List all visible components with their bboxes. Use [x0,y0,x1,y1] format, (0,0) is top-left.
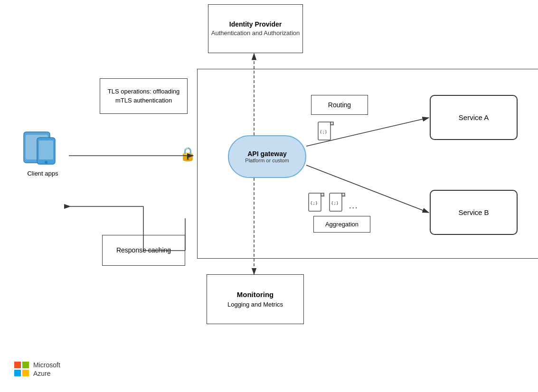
aggregation-box: Aggregation [313,216,370,233]
api-gateway-subtitle: Platform or custom [245,158,289,163]
service-b-box: Service B [430,190,518,235]
svg-rect-4 [321,193,324,196]
json-icon-routing: {;} [317,121,334,142]
monitoring-title: Monitoring [227,289,283,300]
aggregation-label: Aggregation [325,221,359,228]
azure-text: Microsoft Azure [33,361,60,378]
identity-title: Identity Provider [211,20,300,29]
azure-line1: Microsoft [33,361,60,369]
azure-sq-yellow [22,370,29,376]
api-gateway-title: API gateway [247,150,286,158]
ellipsis: ... [349,202,358,210]
azure-logo: Microsoft Azure [14,361,60,378]
azure-line2: Azure [33,369,60,378]
routing-label: Routing [328,101,351,109]
tls-label-box: TLS operations: offloading mTLS authenti… [100,78,188,114]
svg-text:{;}: {;} [320,130,327,134]
service-a-box: Service A [430,95,518,140]
diagram-container: Identity Provider Authentication and Aut… [0,0,538,392]
svg-point-13 [45,161,47,164]
identity-provider-box: Identity Provider Authentication and Aut… [208,4,303,53]
identity-subtitle: Authentication and Authorization [211,29,300,37]
monitoring-box: Monitoring Logging and Metrics [207,274,304,324]
svg-rect-7 [342,193,345,196]
service-a-label: Service A [459,113,489,121]
svg-text:{;}: {;} [310,201,318,205]
api-gateway-box: API gateway Platform or custom [228,135,306,178]
tls-text: TLS operations: offloading mTLS authenti… [103,87,185,104]
json-icon-agg-2: {;} [329,192,346,213]
svg-rect-12 [39,140,53,159]
service-b-label: Service B [458,208,489,216]
response-label: Response caching [116,246,171,255]
svg-text:{;}: {;} [331,201,339,205]
azure-sq-green [22,362,29,368]
lock-icon: 🔒 [179,146,196,162]
monitoring-subtitle: Logging and Metrics [227,300,283,309]
json-icon-agg-1: {;} [308,192,325,213]
routing-box: Routing [311,95,368,115]
client-apps-icon [19,128,66,166]
azure-sq-red [14,362,21,368]
client-apps-label: Client apps [27,170,58,177]
client-apps-area: Client apps [17,128,69,177]
azure-squares-icon [14,362,29,377]
response-caching-box: Response caching [102,235,185,266]
svg-rect-1 [330,122,333,125]
azure-sq-blue [14,370,21,376]
